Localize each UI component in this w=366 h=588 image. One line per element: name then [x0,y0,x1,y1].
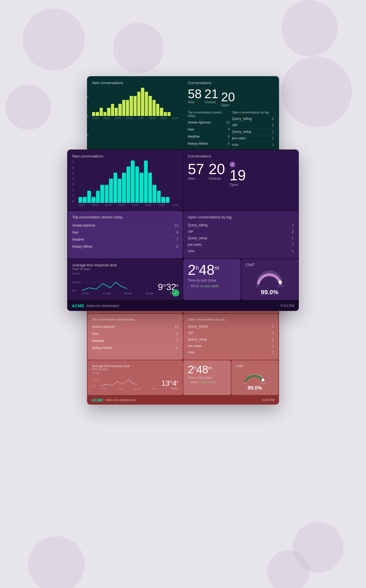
svg-point-4 [278,280,282,284]
closer-count: 6 [176,245,178,249]
tag-row: misc1 [232,142,274,148]
tag-name: misc [232,143,239,147]
chart-bar [96,112,99,116]
purple-closers-panel: Top conversation closers today Amela Aja… [68,211,183,258]
chart-bar [105,185,108,203]
purple-csat-value: 99.0% [261,289,278,296]
tag-count: 1 [272,130,274,134]
closer-count: 8 [228,135,230,139]
tag-count: 2 [272,117,274,121]
tag-name: Query_billing [188,324,208,328]
chart-bar [114,173,117,203]
purple-new-conv-panel: New conversations 76543210 00:0003:0006:… [68,150,183,210]
teal-unread-value: 21 [204,88,218,100]
chart-bar [100,108,103,116]
chart-bar [92,112,95,116]
tag-count: 2 [272,123,274,127]
salmon-avg-title: Average first response time [92,364,178,368]
purple-avg-response-panel: Average first response time Past 30 days… [68,259,183,300]
chart-bar [83,197,86,203]
tag-name: VIP [188,331,193,335]
closer-name: Heather [72,238,84,242]
purple-open-stat: ! 19 Open [230,162,246,187]
purple-footer-title: Intercom dashboard [86,304,119,308]
tag-count: 1 [272,143,274,147]
closer-row: Hari9 [188,126,230,133]
chart-bar [127,166,130,203]
teal-open-value: 20 [221,91,235,103]
closer-row: Heather7 [92,337,178,345]
closer-row: Heather8 [188,133,230,140]
purple-csat-panel: CSAT 0% 100% 99.0% [241,259,299,300]
chart-bar [131,161,134,203]
tag-name: pre-sales [232,136,246,140]
closer-count: 7 [176,339,178,343]
chart-bar [107,108,110,116]
tag-row: Query_billing2 [188,222,294,229]
chart-bar [140,173,143,203]
closer-row: Kelsey Milner6 [72,243,178,250]
teal-unread-label: Unread [204,100,218,104]
closer-row: Kelsey Milner6 [188,140,230,147]
chart-bar [156,104,159,116]
purple-new-conv-title: New conversations [72,154,178,158]
closer-count: 9 [176,332,178,336]
purple-avg-chart [82,272,127,292]
closer-name: Amela Ajanovic [92,325,115,329]
teal-open-label: Open [221,103,235,107]
purple-avg-subtitle: Past 30 days [72,267,178,271]
purple-unread-stat: 20 Unread [209,162,225,187]
teal-conversations-panel: Conversations 58 New 21 Unread ⚠ 20 Open [183,77,278,152]
chart-bar [100,185,104,203]
salmon-footer: ACME Intercom dashboard 6:04 PM [87,396,279,405]
tag-row: VIP2 [232,122,274,129]
chart-bar [122,173,126,203]
purple-time-label: Time to last close [188,278,236,282]
tag-row: misc1 [188,248,294,254]
closer-count: 6 [176,346,178,350]
purple-tags-title: Open conversations by tag [188,215,294,219]
tag-row: VIP2 [188,330,274,336]
chart-bar [91,197,95,203]
chart-bar [145,92,148,116]
chart-bar [144,161,148,203]
tag-count: 1 [292,249,294,253]
chart-bar [161,197,165,203]
salmon-tags-panel: Open conversations by tag Query_billing2… [183,314,278,360]
closer-name: Heather [92,339,104,343]
closer-row: Kelsey Milner6 [92,345,178,352]
salmon-today-value: 13m4s [162,379,178,387]
chart-bar [166,197,169,203]
tag-row: VIP2 [188,229,294,235]
chart-bar [130,96,133,116]
salmon-footer-logo: ACME [91,398,103,402]
chart-bar [157,191,161,203]
closer-name: Heather [188,135,200,139]
tag-name: Query_setup [188,337,207,341]
tag-count: 1 [272,344,274,348]
closer-row: Hari9 [72,229,178,236]
salmon-comparison: ↓ 30:31 vs last week [188,380,226,384]
closer-count: 6 [228,142,230,146]
chart-bar [141,88,144,116]
tag-name: Query_setup [188,236,207,240]
tag-row: Query_billing2 [188,323,274,330]
chart-bar [87,191,91,203]
chart-bar [111,104,114,116]
salmon-avg-subtitle: Past 30 days [92,368,178,371]
chart-bar [79,197,82,203]
salmon-csat-gauge [243,369,266,382]
tag-name: Query_billing [232,117,252,121]
closer-count: 9 [176,231,178,234]
closer-name: Kelsey Milner [188,142,208,146]
teal-new-conversations-panel: New conversations 7654321 00:0003:0006:0… [88,77,183,152]
teal-closers-title: Top conversation closers today [188,111,230,117]
purple-csat-title: CSAT [246,263,294,267]
salmon-time-label: Time to last close [188,376,226,379]
teal-closers-panel: Top conversation closers today Amela Aja… [188,111,230,148]
closer-row: Heather7 [72,236,178,243]
closer-name: Hari [72,231,79,234]
chart-bar [135,166,139,203]
teal-new-label: New [188,100,202,104]
chart-bar [122,100,125,116]
